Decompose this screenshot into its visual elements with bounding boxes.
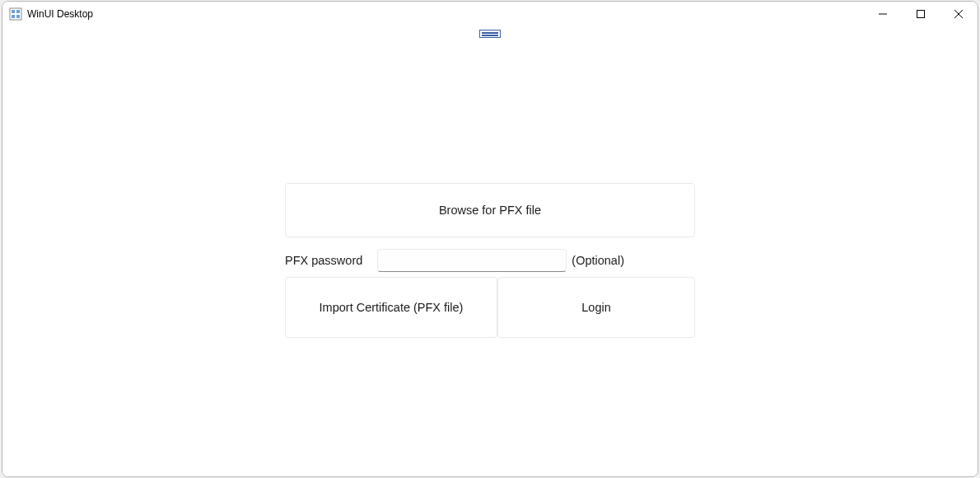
progress-indicator-icon <box>479 30 501 38</box>
content-area: Browse for PFX file PFX password (Option… <box>2 26 978 476</box>
action-button-row: Import Certificate (PFX file) Login <box>285 277 695 338</box>
svg-rect-2 <box>16 10 20 13</box>
window-controls <box>864 2 978 26</box>
close-button[interactable] <box>940 2 978 26</box>
maximize-button[interactable] <box>902 2 940 26</box>
login-form: Browse for PFX file PFX password (Option… <box>285 183 695 338</box>
app-icon <box>9 7 22 21</box>
password-label: PFX password <box>285 254 362 267</box>
browse-pfx-button[interactable]: Browse for PFX file <box>285 183 695 237</box>
svg-rect-6 <box>917 11 925 18</box>
optional-label: (Optional) <box>572 254 624 267</box>
import-certificate-button[interactable]: Import Certificate (PFX file) <box>285 277 497 338</box>
svg-rect-4 <box>16 15 20 18</box>
password-row: PFX password (Optional) <box>285 249 695 272</box>
svg-line-8 <box>954 10 963 18</box>
window-title: WinUI Desktop <box>27 8 93 20</box>
login-button[interactable]: Login <box>497 277 695 338</box>
svg-rect-3 <box>12 15 15 18</box>
app-window: WinUI Desktop <box>2 1 978 477</box>
minimize-button[interactable] <box>864 2 902 26</box>
import-button-label: Import Certificate (PFX file) <box>320 301 464 314</box>
svg-rect-1 <box>12 10 15 13</box>
browse-button-label: Browse for PFX file <box>439 204 541 217</box>
login-button-label: Login <box>581 301 610 314</box>
titlebar: WinUI Desktop <box>2 2 978 26</box>
svg-line-7 <box>954 10 963 18</box>
pfx-password-input[interactable] <box>377 249 567 272</box>
